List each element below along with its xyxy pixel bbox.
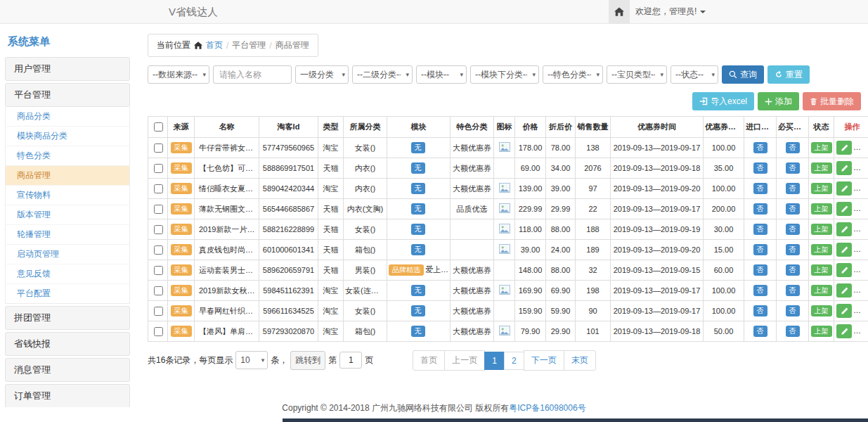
edit-button[interactable] xyxy=(836,202,852,216)
status-select[interactable]: --状态-- xyxy=(671,65,718,84)
batch-delete-button[interactable]: 批量删除 xyxy=(803,92,861,110)
status-badge[interactable]: 上架 xyxy=(811,264,832,276)
row-checkbox[interactable] xyxy=(154,307,163,316)
row-checkbox[interactable] xyxy=(154,266,163,275)
import-select-badge[interactable]: 否 xyxy=(753,162,767,174)
records-unit: 条， xyxy=(271,354,287,366)
must-buy-badge[interactable]: 否 xyxy=(786,244,800,255)
row-checkbox[interactable] xyxy=(154,143,163,153)
row-checkbox[interactable] xyxy=(154,225,163,234)
sidebar-item-splash-page-management[interactable]: 启动页管理 xyxy=(6,245,129,264)
sidebar-group-platform-management[interactable]: 平台管理 xyxy=(5,83,130,107)
status-badge[interactable]: 上架 xyxy=(811,203,832,215)
feature-category-select[interactable]: --特色分类-- xyxy=(543,65,603,84)
status-badge[interactable]: 上架 xyxy=(811,224,832,235)
icp-link[interactable]: 粤ICP备16098006号 xyxy=(509,403,585,413)
sidebar-item-promo-materials[interactable]: 宣传物料 xyxy=(6,186,129,205)
search-button[interactable]: 查询 xyxy=(722,65,764,84)
sidebar-item-product-category[interactable]: 商品分类 xyxy=(6,107,129,127)
status-badge[interactable]: 上架 xyxy=(811,305,832,316)
page-button-first[interactable]: 首页 xyxy=(413,350,445,371)
import-select-badge[interactable]: 否 xyxy=(753,142,767,153)
select-all-checkbox[interactable] xyxy=(154,122,163,132)
row-checkbox[interactable] xyxy=(154,286,163,295)
module-select[interactable]: --模块-- xyxy=(416,65,467,84)
page-button-page-1[interactable]: 1 xyxy=(484,352,505,370)
must-buy-badge[interactable]: 否 xyxy=(786,203,800,215)
edit-button[interactable] xyxy=(836,161,852,175)
sidebar-item-feedback[interactable]: 意见反馈 xyxy=(6,264,129,284)
must-buy-badge[interactable]: 否 xyxy=(786,183,800,194)
must-buy-badge[interactable]: 否 xyxy=(786,326,800,337)
filter-bar: --数据来源-- 一级分类 --二级分类-- --模块-- --模块下分类-- … xyxy=(148,65,861,84)
jump-button[interactable]: 跳转到 xyxy=(290,351,325,370)
status-badge[interactable]: 上架 xyxy=(811,285,832,296)
page-button-prev[interactable]: 上一页 xyxy=(444,350,485,371)
sidebar-group-saving-express[interactable]: 省钱快报 xyxy=(5,332,130,356)
must-buy-badge[interactable]: 否 xyxy=(786,162,800,174)
must-buy-badge[interactable]: 否 xyxy=(786,142,800,153)
import-select-badge[interactable]: 否 xyxy=(753,183,767,194)
row-checkbox[interactable] xyxy=(154,164,163,173)
import-select-badge[interactable]: 否 xyxy=(753,285,767,296)
coupon-time: 2019-09-13—2019-09-17 xyxy=(611,301,704,321)
page-button-last[interactable]: 末页 xyxy=(564,350,596,371)
level1-category-select[interactable]: 一级分类 xyxy=(295,65,349,84)
edit-button[interactable] xyxy=(836,324,852,338)
edit-button[interactable] xyxy=(836,283,852,298)
home-button[interactable] xyxy=(609,0,630,23)
must-buy-badge[interactable]: 否 xyxy=(786,285,800,296)
status-badge[interactable]: 上架 xyxy=(811,244,832,255)
row-checkbox[interactable] xyxy=(154,205,163,214)
sidebar-item-platform-config[interactable]: 平台配置 xyxy=(6,284,129,303)
status-badge[interactable]: 上架 xyxy=(811,183,832,194)
import-excel-button[interactable]: 导入excel xyxy=(692,92,754,110)
name-search-input[interactable] xyxy=(213,65,292,84)
import-select-badge[interactable]: 否 xyxy=(753,305,767,316)
sidebar-item-carousel-management[interactable]: 轮播管理 xyxy=(6,225,129,245)
edit-button[interactable] xyxy=(836,181,852,196)
row-checkbox[interactable] xyxy=(154,327,163,336)
page-button-page-2[interactable]: 2 xyxy=(504,352,524,370)
module-sub-select[interactable]: --模块下分类-- xyxy=(470,65,539,84)
add-button[interactable]: 添加 xyxy=(758,92,799,110)
user-menu[interactable]: 欢迎您，管理员! xyxy=(635,0,706,23)
must-buy-badge[interactable]: 否 xyxy=(786,264,800,276)
row-checkbox[interactable] xyxy=(154,184,163,193)
sidebar-item-feature-category[interactable]: 特色分类 xyxy=(6,146,129,166)
status-badge[interactable]: 上架 xyxy=(811,162,832,174)
edit-button[interactable] xyxy=(836,304,852,318)
edit-button[interactable] xyxy=(836,222,852,236)
sidebar-item-version-management[interactable]: 版本管理 xyxy=(6,205,129,225)
jump-page-input[interactable] xyxy=(339,352,362,369)
edit-button[interactable] xyxy=(836,243,852,257)
coupon-amount: 100.00 xyxy=(704,179,744,199)
edit-button[interactable] xyxy=(836,263,852,277)
row-checkbox[interactable] xyxy=(154,245,163,255)
item-type-select[interactable]: --宝贝类型-- xyxy=(607,65,667,84)
records-total-text: 共16条记录，每页显示 xyxy=(148,354,233,366)
breadcrumb-home-link[interactable]: 首页 xyxy=(206,39,223,51)
must-buy-badge[interactable]: 否 xyxy=(786,305,800,316)
reset-button[interactable]: 重置 xyxy=(767,65,810,84)
sidebar-group-user-management[interactable]: 用户管理 xyxy=(5,57,130,81)
edit-button[interactable] xyxy=(836,141,852,155)
page-button-next[interactable]: 下一页 xyxy=(524,350,564,371)
price: 159.90 xyxy=(515,301,546,321)
product-type: 淘宝 xyxy=(318,301,344,321)
import-select-badge[interactable]: 否 xyxy=(753,326,767,337)
import-select-badge[interactable]: 否 xyxy=(753,224,767,235)
import-select-badge[interactable]: 否 xyxy=(753,203,767,215)
import-select-badge[interactable]: 否 xyxy=(753,244,767,255)
data-source-select[interactable]: --数据来源-- xyxy=(148,65,209,84)
sidebar-group-group-buy-management[interactable]: 拼团管理 xyxy=(5,306,130,330)
import-select-badge[interactable]: 否 xyxy=(753,264,767,276)
must-buy-badge[interactable]: 否 xyxy=(786,224,800,235)
sidebar-group-message-management[interactable]: 消息管理 xyxy=(5,358,130,382)
level2-category-select[interactable]: --二级分类-- xyxy=(352,65,413,84)
page-size-select[interactable]: 10 xyxy=(235,351,268,369)
sidebar-item-module-product-category[interactable]: 模块商品分类 xyxy=(6,127,129,146)
status-badge[interactable]: 上架 xyxy=(811,326,832,337)
sidebar-item-product-management[interactable]: 商品管理 xyxy=(6,166,129,186)
status-badge[interactable]: 上架 xyxy=(811,142,832,153)
